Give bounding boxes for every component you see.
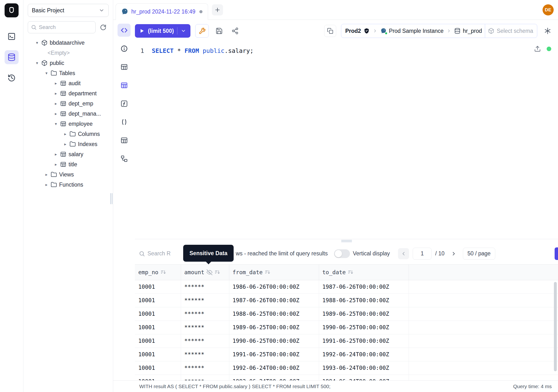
result-cell: 1991-06-25T00:00:00Z (229, 348, 319, 361)
ai-assistant-button[interactable] (542, 25, 553, 36)
side-panel-edge-button[interactable] (555, 247, 558, 260)
share-button[interactable] (229, 25, 241, 36)
tree-item-functions[interactable]: ▸Functions (28, 180, 109, 190)
run-query-button[interactable]: (limit 500) (135, 24, 191, 38)
result-cell: 1987-06-26T00:00:00Z (319, 280, 409, 294)
caret-right-icon[interactable]: ▸ (54, 91, 58, 96)
caret-down-icon[interactable]: ▾ (35, 40, 39, 45)
admin-mode-button[interactable] (195, 24, 209, 38)
results-scrollbar[interactable] (554, 282, 557, 371)
app-root: Basic Project ▾bbdataarchive<Empty>▾publ… (0, 0, 558, 392)
functions-panel-button[interactable] (118, 97, 131, 110)
caret-right-icon[interactable]: ▸ (44, 182, 49, 187)
schema-select[interactable]: Select schema (485, 24, 536, 38)
panel-splitter[interactable] (135, 239, 558, 243)
column-header-amount[interactable]: amount (181, 265, 229, 280)
sort-icon[interactable] (160, 269, 166, 275)
rail-databases-button[interactable] (5, 50, 18, 64)
batch-query-button[interactable] (324, 25, 336, 37)
sensitive-tables-panel-button[interactable] (118, 79, 131, 92)
code-panel-button[interactable] (118, 24, 131, 37)
project-select[interactable]: Basic Project (28, 4, 109, 17)
instance-segment[interactable]: Prod Sample Instance (377, 24, 446, 38)
info-panel-button[interactable] (118, 42, 131, 55)
sensitive-data-tooltip: Sensitive Data (183, 245, 234, 262)
vertical-display-toggle[interactable]: Vertical display (334, 249, 390, 258)
chevron-down-icon[interactable] (181, 28, 186, 34)
tree-item-tables[interactable]: ▾Tables (28, 68, 109, 78)
tables-panel-button[interactable] (118, 60, 131, 73)
external-tables-panel-button[interactable] (118, 134, 131, 147)
procedures-panel-button[interactable] (118, 115, 131, 128)
caret-right-icon[interactable]: ▸ (54, 152, 58, 157)
save-sheet-button[interactable] (214, 25, 225, 36)
eye-off-icon[interactable] (207, 269, 212, 275)
tree-item-department[interactable]: ▸department (28, 88, 109, 98)
add-tab-button[interactable] (212, 4, 223, 16)
caret-right-icon[interactable]: ▸ (54, 81, 58, 86)
caret-down-icon[interactable]: ▾ (44, 71, 49, 76)
result-cell: 10001 (135, 307, 181, 321)
column-header-from_date[interactable]: from_date (229, 265, 319, 280)
toggle-knob (335, 250, 342, 257)
bytebase-logo-icon[interactable] (5, 3, 18, 17)
tree-item-title[interactable]: ▸title (28, 159, 109, 169)
next-page-button[interactable] (448, 248, 459, 259)
tree-item-public[interactable]: ▾public (28, 58, 109, 68)
toggle-track[interactable] (334, 249, 350, 258)
page-size-select[interactable]: 50 / page (463, 248, 495, 260)
tree-item-employee[interactable]: ▾employee (28, 119, 109, 129)
rail-sql-editor-button[interactable] (5, 29, 18, 44)
results-header: ws - reached the limit of query results … (135, 243, 558, 264)
column-label: from_date (233, 269, 263, 275)
tree-item-columns[interactable]: ▸Columns (28, 129, 109, 139)
caret-down-icon[interactable]: ▾ (35, 61, 39, 66)
result-cell: 10001 (135, 321, 181, 334)
result-cell: ****** (181, 294, 229, 307)
diagram-icon (121, 155, 128, 162)
sidebar-search-input[interactable] (39, 24, 92, 30)
tree-item-views[interactable]: ▸Views (28, 169, 109, 180)
rail-history-button[interactable] (5, 71, 18, 85)
caret-right-icon[interactable]: ▸ (63, 131, 67, 137)
result-cell: ****** (181, 334, 229, 348)
schema-diagram-button[interactable] (118, 152, 131, 165)
instance-label: Prod Sample Instance (389, 28, 444, 34)
column-header-to_date[interactable]: to_date (319, 265, 409, 280)
tree-item-salary[interactable]: ▸salary (28, 149, 109, 159)
tab-hr-prod[interactable]: hr_prod 2024-11-22 16:49 (116, 3, 208, 20)
connection-breadcrumb[interactable]: Prod2 Prod Sample Instance hr_prod (341, 24, 537, 38)
caret-down-icon[interactable]: ▾ (54, 122, 58, 126)
connection-status-dot (547, 47, 551, 51)
caret-right-icon[interactable]: ▸ (54, 162, 58, 167)
upload-button[interactable] (534, 45, 541, 52)
database-segment[interactable]: hr_prod (451, 24, 485, 38)
page-number-input[interactable]: 1 (413, 248, 432, 260)
prev-page-button[interactable] (398, 248, 409, 259)
tree-item-empty[interactable]: <Empty> (28, 48, 109, 58)
folder-icon (70, 131, 76, 137)
sort-icon[interactable] (215, 269, 220, 275)
column-header-emp_no[interactable]: emp_no (135, 265, 181, 280)
caret-right-icon[interactable]: ▸ (54, 101, 58, 106)
refresh-button[interactable] (97, 22, 109, 33)
caret-right-icon[interactable]: ▸ (54, 111, 58, 116)
caret-right-icon[interactable]: ▸ (63, 142, 67, 147)
tree-item-dept-emp[interactable]: ▸dept_emp (28, 98, 109, 109)
sort-icon[interactable] (348, 269, 354, 275)
tab-bar: hr_prod 2024-11-22 16:49 DE (113, 0, 558, 20)
tree-item-audit[interactable]: ▸audit (28, 78, 109, 88)
sidebar-resize-handle[interactable] (110, 193, 113, 204)
sort-icon[interactable] (265, 269, 270, 275)
tree-item-bbdataarchive[interactable]: ▾bbdataarchive (28, 38, 109, 48)
sidebar-search[interactable] (28, 21, 96, 33)
environment-segment[interactable]: Prod2 (342, 24, 372, 38)
caret-right-icon[interactable]: ▸ (44, 172, 49, 177)
pagination: 1 / 10 50 / page (398, 248, 495, 260)
tree-item-dept-mana[interactable]: ▸dept_mana... (28, 109, 109, 119)
tree-item-indexes[interactable]: ▸Indexes (28, 139, 109, 149)
result-cell: 1993-06-24T00:00:00Z (319, 361, 409, 375)
page-total-label: / 10 (435, 250, 444, 257)
user-avatar[interactable]: DE (542, 4, 554, 16)
sql-editor[interactable]: 1 SELECT * FROM public.salary; (135, 42, 558, 239)
